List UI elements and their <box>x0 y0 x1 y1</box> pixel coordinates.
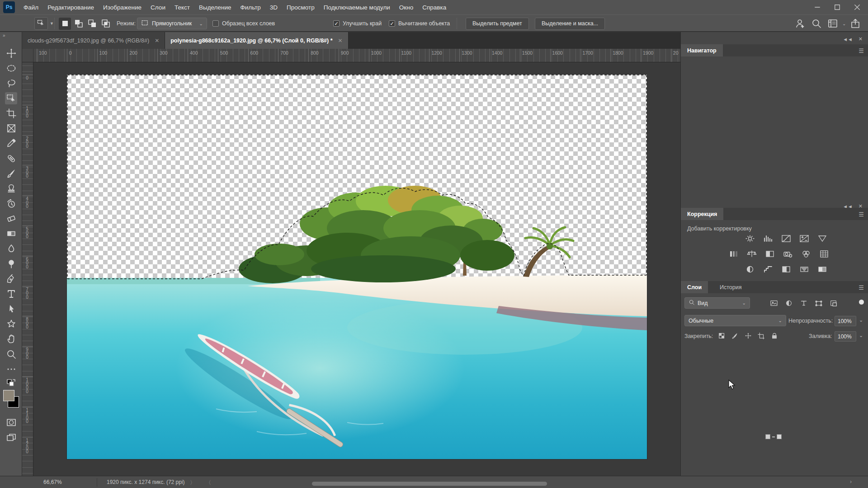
tool-crop[interactable] <box>5 107 17 119</box>
tab-history[interactable]: История <box>713 281 748 293</box>
tool-lasso[interactable] <box>5 77 17 89</box>
menu-item-файл[interactable]: Файл <box>19 1 43 14</box>
filter-on-toggle[interactable] <box>859 300 864 305</box>
tool-object-selection[interactable] <box>5 92 17 104</box>
opacity-value[interactable]: 100% <box>835 316 856 326</box>
add-to-selection-button[interactable] <box>72 18 85 30</box>
chevron-down-icon[interactable]: ⌄ <box>842 21 846 26</box>
tab-close-icon[interactable]: ✕ <box>338 38 343 44</box>
tool-hand[interactable] <box>5 333 17 345</box>
menu-item-выделение[interactable]: Выделение <box>194 1 236 14</box>
chevron-down-icon[interactable]: ▼ <box>50 21 54 26</box>
tool-healing-brush[interactable] <box>5 152 17 164</box>
tool-path-selection[interactable] <box>5 303 17 315</box>
new-selection-button[interactable] <box>59 18 71 30</box>
close-panel-icon[interactable]: ✕ <box>859 36 863 42</box>
tool-dodge[interactable] <box>5 258 17 270</box>
photo-filter-icon[interactable] <box>782 249 794 258</box>
smart-objects-icon[interactable] <box>830 299 838 307</box>
lock-pixels-icon[interactable] <box>731 332 739 340</box>
blend-mode-dropdown[interactable]: Обычные ⌄ <box>684 315 786 326</box>
expand-icon[interactable]: › <box>850 479 852 485</box>
minimize-button[interactable] <box>813 4 822 11</box>
tool-clone-stamp[interactable] <box>5 183 17 195</box>
tool-type[interactable] <box>5 288 17 300</box>
zoom-level[interactable]: 66,67% <box>43 479 62 485</box>
tool-marquee[interactable] <box>5 62 17 74</box>
quick-mask-button[interactable] <box>5 416 17 428</box>
document-tab-2[interactable]: polynesia-g868c9162a_1920.jpg @ 66,7% (С… <box>165 32 348 49</box>
horizontal-scrollbar-thumb[interactable] <box>312 482 547 486</box>
active-tool-badge[interactable] <box>34 17 48 30</box>
fill-value[interactable]: 100% <box>835 331 856 342</box>
tool-move[interactable] <box>5 47 17 59</box>
tab-adjustments[interactable]: Коррекция <box>681 208 723 220</box>
lock-position-icon[interactable] <box>744 332 752 340</box>
tool-eyedropper[interactable] <box>5 137 17 150</box>
adjustment-layers-icon[interactable] <box>785 299 793 307</box>
type-layers-icon[interactable] <box>800 299 808 307</box>
vibrance-icon[interactable] <box>816 234 828 243</box>
edit-toolbar-ellipsis[interactable] <box>5 363 17 375</box>
levels-icon[interactable] <box>762 234 774 243</box>
document-tab-1[interactable]: clouds-g29f5673df_1920.jpg @ 66,7% (RGB/… <box>22 32 165 49</box>
screen-mode-button[interactable] <box>5 432 17 444</box>
panel-menu-icon[interactable]: ☰ <box>859 211 864 218</box>
tool-eraser[interactable] <box>5 212 17 225</box>
checkbox-checked[interactable] <box>389 20 395 27</box>
subtract-from-selection-button[interactable] <box>86 18 98 30</box>
menu-item-фильтр[interactable]: Фильтр <box>236 1 265 14</box>
tool-gradient[interactable] <box>5 228 17 240</box>
tool-frame[interactable] <box>5 122 17 135</box>
invert-icon[interactable] <box>744 265 756 274</box>
menu-item-изображение[interactable]: Изображение <box>99 1 146 14</box>
tool-zoom[interactable] <box>5 348 17 360</box>
chevron-down-icon[interactable]: ⌄ <box>859 317 863 323</box>
curves-icon[interactable] <box>780 234 792 243</box>
tool-blur[interactable] <box>5 243 17 255</box>
gradient-map-icon[interactable] <box>798 265 810 274</box>
chevron-left-icon[interactable]: 〈 <box>206 479 211 487</box>
lock-all-icon[interactable] <box>770 332 778 340</box>
mode-dropdown[interactable]: Прямоугольник ⌄ <box>137 18 207 29</box>
menu-item-слои[interactable]: Слои <box>146 1 170 14</box>
threshold-icon[interactable] <box>780 265 792 274</box>
menu-item-текст[interactable]: Текст <box>170 1 194 14</box>
chevron-down-icon[interactable]: ⌄ <box>859 333 863 338</box>
shape-layers-icon[interactable] <box>815 299 823 307</box>
tool-history-brush[interactable] <box>5 197 17 210</box>
menu-item-просмотр[interactable]: Просмотр <box>282 1 319 14</box>
menu-item-редактирование[interactable]: Редактирование <box>43 1 99 14</box>
pixel-layers-icon[interactable] <box>770 299 778 307</box>
checkbox-checked[interactable] <box>333 20 340 27</box>
tool-brush[interactable] <box>5 167 17 179</box>
intersect-selection-button[interactable] <box>99 18 112 30</box>
hue-saturation-icon[interactable] <box>728 249 740 258</box>
default-colors-icon[interactable] <box>5 377 17 389</box>
foreground-color-swatch[interactable] <box>3 390 14 401</box>
tab-close-icon[interactable]: ✕ <box>155 38 159 44</box>
collapse-panel-icon[interactable]: » <box>3 33 5 38</box>
document-canvas[interactable] <box>67 75 647 459</box>
close-button[interactable] <box>853 4 862 11</box>
menu-item-подключаемые-модули[interactable]: Подключаемые модули <box>319 1 395 14</box>
channel-mixer-icon[interactable] <box>800 249 812 258</box>
panel-menu-icon[interactable]: ☰ <box>859 47 864 54</box>
posterize-icon[interactable] <box>762 265 774 274</box>
search-icon[interactable] <box>810 18 823 29</box>
select-subject-button[interactable]: Выделить предмет <box>466 18 529 30</box>
chevron-right-icon[interactable]: 〉 <box>190 479 195 487</box>
panel-menu-icon[interactable]: ☰ <box>859 284 864 291</box>
maximize-button[interactable] <box>833 4 842 11</box>
tab-layers[interactable]: Слои <box>681 281 708 293</box>
brightness-contrast-icon[interactable] <box>744 234 756 243</box>
layer-filter-dropdown[interactable]: Вид ⌄ <box>684 297 750 309</box>
share-icon[interactable] <box>849 18 862 29</box>
menu-item-окно[interactable]: Окно <box>395 1 418 14</box>
workspace-icon[interactable] <box>826 18 840 29</box>
checkbox-unchecked[interactable] <box>212 20 219 27</box>
tool-pen[interactable] <box>5 273 17 285</box>
black-white-icon[interactable] <box>764 249 776 258</box>
color-lookup-icon[interactable] <box>818 249 830 258</box>
selective-color-icon[interactable] <box>816 265 828 274</box>
